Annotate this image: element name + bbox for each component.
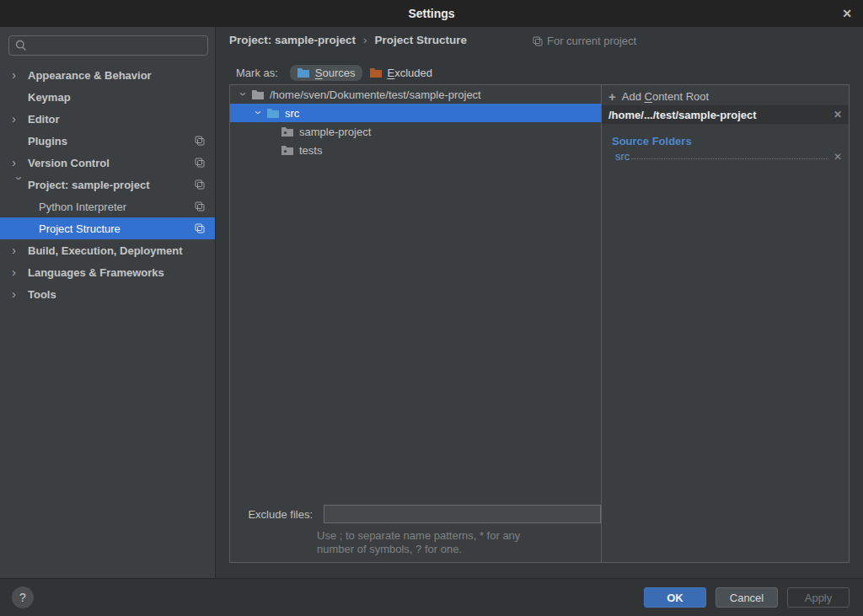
per-project-icon (195, 201, 205, 212)
sidebar-item-build-execution-deployment[interactable]: › Build, Execution, Deployment (0, 239, 215, 261)
per-project-icon (195, 136, 205, 146)
sidebar-items: › Appearance & Behavior › Keymap › Edito… (0, 64, 215, 305)
per-project-icon (533, 36, 543, 46)
breadcrumb-page: Project Structure (375, 34, 468, 46)
scope-indicator: For current project (533, 35, 636, 47)
sidebar-item-label: Project Structure (39, 222, 121, 235)
breadcrumb-project[interactable]: Project: sample-project (229, 34, 356, 46)
breadcrumb: Project: sample-project › Project Struct… (229, 34, 467, 46)
sidebar-item-label: Plugins (28, 135, 67, 147)
main-content: Project: sample-project › Project Struct… (217, 27, 863, 578)
source-folder-name: src (615, 150, 630, 163)
mark-as-label: Mark as: (236, 67, 278, 79)
exclude-files-hint: Use ; to separate name patterns, * for a… (317, 529, 601, 556)
excluded-folder-icon (369, 67, 383, 78)
source-folder-icon (297, 67, 310, 78)
sidebar-item-tools[interactable]: › Tools (0, 283, 215, 305)
sidebar-item-plugins[interactable]: › Plugins (0, 130, 215, 152)
source-folders-title: Source Folders (612, 135, 849, 147)
cancel-button[interactable]: Cancel (716, 587, 778, 608)
tree-row-tests[interactable]: tests (230, 141, 601, 159)
sidebar-item-version-control[interactable]: › Version Control (0, 152, 215, 174)
per-project-icon (195, 158, 205, 168)
per-project-icon (195, 179, 205, 190)
content-root-path: /home/.../test/sample-project (608, 109, 757, 121)
tree-row-label: /home/sven/Dokumente/test/sample-project (270, 88, 481, 101)
search-icon (14, 39, 28, 52)
mark-as-toolbar: Mark as: Sources Excluded (236, 62, 439, 83)
exclude-files-input[interactable] (324, 505, 601, 523)
remove-content-root-icon[interactable]: ✕ (834, 109, 842, 121)
folder-icon (281, 126, 294, 137)
directory-tree: › /home/sven/Dokumente/test/sample-proje… (230, 85, 601, 562)
content-root-entry[interactable]: /home/.../test/sample-project ✕ (602, 105, 849, 124)
chevron-right-icon: › (12, 287, 28, 300)
dialog-footer: ? OK Cancel Apply (0, 578, 863, 616)
folder-icon (251, 88, 265, 100)
sidebar-item-label: Keymap (28, 91, 71, 104)
dialog-title: Settings (408, 7, 454, 20)
sidebar-item-appearance-behavior[interactable]: › Appearance & Behavior (0, 64, 215, 86)
ok-button[interactable]: OK (644, 587, 706, 608)
add-content-root-button[interactable]: + Add Content Root (602, 87, 849, 105)
chevron-down-icon: › (238, 87, 250, 101)
settings-dialog: Settings ✕ › Appearance & Behavior › Key… (0, 0, 863, 616)
dotted-leader (631, 158, 828, 159)
mark-as-sources-button[interactable]: Sources (290, 65, 362, 81)
breadcrumb-separator: › (363, 34, 367, 46)
scope-label: For current project (547, 35, 636, 47)
project-structure-panel: › /home/sven/Dokumente/test/sample-proje… (229, 84, 850, 563)
chevron-right-icon: › (12, 265, 28, 278)
remove-source-folder-icon[interactable]: ✕ (834, 151, 842, 163)
chevron-right-icon: › (12, 112, 28, 125)
exclude-files-section: Exclude files: Use ; to separate name pa… (230, 504, 601, 556)
sidebar-item-editor[interactable]: › Editor (0, 108, 215, 130)
chevron-right-icon: › (12, 68, 28, 81)
apply-button: Apply (787, 587, 850, 608)
sidebar-item-label: Appearance & Behavior (28, 69, 152, 82)
tree-row-src[interactable]: › src (230, 104, 601, 122)
chevron-down-icon: › (13, 176, 26, 192)
sidebar-item-label: Project: sample-project (28, 179, 150, 191)
chevron-right-icon: › (12, 244, 28, 256)
help-button[interactable]: ? (12, 587, 34, 608)
source-folder-entry[interactable]: src ✕ (615, 150, 842, 163)
chevron-right-icon: › (12, 156, 28, 169)
search-input[interactable] (8, 35, 208, 56)
mark-as-excluded-button[interactable]: Excluded (362, 65, 439, 81)
sidebar-item-project[interactable]: › Project: sample-project (0, 174, 215, 196)
per-project-icon (195, 223, 205, 233)
titlebar: Settings ✕ (0, 0, 863, 27)
sidebar-item-label: Tools (28, 288, 56, 301)
sidebar-item-label: Build, Execution, Deployment (28, 244, 182, 257)
content-roots-panel: + Add Content Root /home/.../test/sample… (601, 85, 849, 562)
tree-row-content-root[interactable]: › /home/sven/Dokumente/test/sample-proje… (230, 85, 601, 104)
chevron-down-icon: › (253, 105, 265, 120)
exclude-files-label: Exclude files: (237, 508, 313, 521)
sidebar-item-project-structure[interactable]: Project Structure (0, 217, 215, 239)
source-folder-icon (266, 107, 280, 119)
settings-sidebar: › Appearance & Behavior › Keymap › Edito… (0, 27, 216, 578)
tree-row-sample-project[interactable]: sample-project (230, 122, 601, 141)
folder-icon (281, 144, 294, 156)
tree-row-label: src (285, 107, 299, 120)
tree-row-label: sample-project (299, 126, 371, 138)
sidebar-item-label: Python Interpreter (39, 201, 126, 213)
sidebar-item-python-interpreter[interactable]: Python Interpreter (0, 196, 215, 217)
tree-row-label: tests (299, 144, 322, 157)
sidebar-item-label: Version Control (28, 157, 110, 169)
plus-icon: + (608, 90, 616, 103)
sidebar-item-keymap[interactable]: › Keymap (0, 86, 215, 108)
sidebar-item-label: Languages & Frameworks (28, 266, 164, 279)
close-icon[interactable]: ✕ (838, 5, 856, 22)
sidebar-item-label: Editor (28, 113, 60, 126)
sidebar-item-languages-frameworks[interactable]: › Languages & Frameworks (0, 261, 215, 283)
